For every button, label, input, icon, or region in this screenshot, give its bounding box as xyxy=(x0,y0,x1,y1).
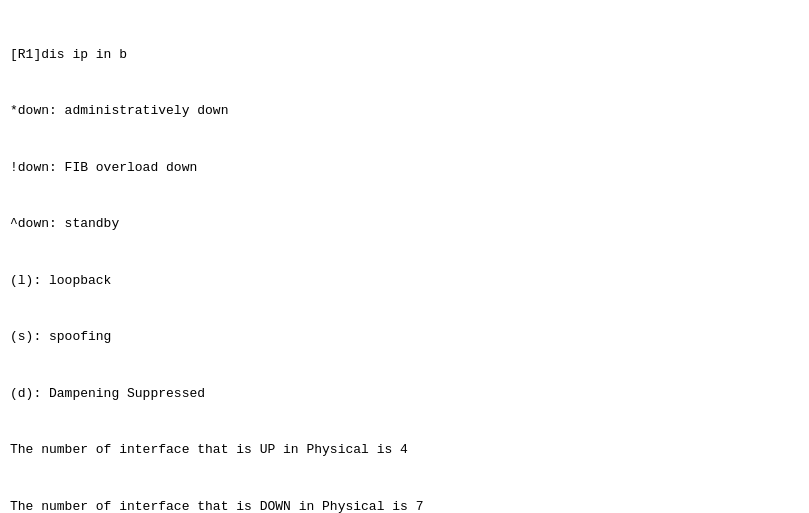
stat-down-physical: The number of interface that is DOWN in … xyxy=(10,498,799,513)
terminal-output: [R1]dis ip in b *down: administratively … xyxy=(10,8,799,513)
legend-standby: ^down: standby xyxy=(10,215,799,234)
command-line: [R1]dis ip in b xyxy=(10,46,799,65)
legend-spoofing: (s): spoofing xyxy=(10,328,799,347)
legend-loopback: (l): loopback xyxy=(10,272,799,291)
legend-fib-down: !down: FIB overload down xyxy=(10,159,799,178)
stat-up-physical: The number of interface that is UP in Ph… xyxy=(10,441,799,460)
legend-dampening: (d): Dampening Suppressed xyxy=(10,385,799,404)
legend-admin-down: *down: administratively down xyxy=(10,102,799,121)
